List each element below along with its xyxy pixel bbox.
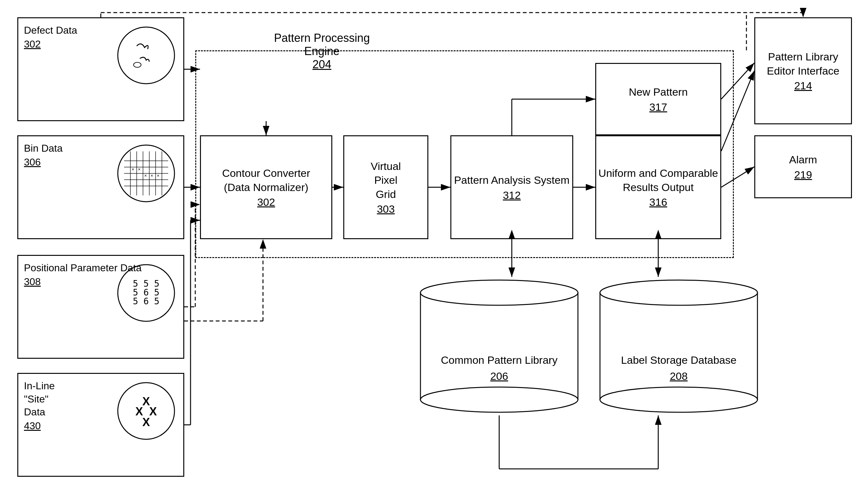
svg-text:×: × <box>132 167 134 172</box>
alarm-title: Alarm <box>789 153 817 167</box>
svg-point-32 <box>600 280 757 305</box>
inline-data-box: In-Line"Site"Data 430 X X X X <box>17 373 184 477</box>
diagram-container: Pattern Processing Engine 204 Defect Dat… <box>0 0 868 495</box>
pattern-analysis-title: Pattern Analysis System <box>454 173 570 187</box>
new-pattern-box: New Pattern 317 <box>595 63 721 135</box>
defect-data-box: Defect Data 302 <box>17 17 184 121</box>
bin-data-box: Bin Data 306 × × × × <box>17 135 184 239</box>
svg-point-33 <box>600 387 757 412</box>
label-storage-ref: 208 <box>595 370 762 382</box>
pattern-library-editor-box: Pattern Library Editor Interface 214 <box>754 17 852 124</box>
virtual-pixel-ref: 303 <box>377 203 395 215</box>
contour-converter-ref: 302 <box>257 196 275 208</box>
common-pattern-library-label: Common Pattern Library <box>416 353 583 367</box>
pattern-analysis-box: Pattern Analysis System 312 <box>451 135 573 239</box>
uniform-results-title: Uniform and Comparable Results Output <box>596 166 720 194</box>
uniform-results-box: Uniform and Comparable Results Output 31… <box>595 135 721 239</box>
svg-text:×: × <box>138 167 141 172</box>
inline-data-icon: X X X X <box>115 379 178 444</box>
common-pattern-library-ref: 206 <box>416 370 583 382</box>
svg-point-23 <box>118 383 175 439</box>
svg-text:×: × <box>144 173 147 178</box>
svg-point-0 <box>118 27 175 84</box>
svg-text:X: X <box>149 405 157 418</box>
common-pattern-library: Common Pattern Library 206 <box>416 277 583 415</box>
svg-point-1 <box>133 62 141 67</box>
virtual-pixel-box: VirtualPixelGrid 303 <box>343 135 428 239</box>
svg-text:×: × <box>157 173 159 178</box>
pattern-library-editor-ref: 214 <box>794 80 812 92</box>
svg-text:5 6 5: 5 6 5 <box>133 296 159 307</box>
contour-converter-title: Contour Converter(Data Normalizer) <box>222 166 310 194</box>
contour-converter-box: Contour Converter(Data Normalizer) 302 <box>200 135 332 239</box>
new-pattern-ref: 317 <box>650 101 667 113</box>
pattern-library-editor-title: Pattern Library Editor Interface <box>755 50 851 78</box>
defect-data-icon <box>115 24 178 88</box>
svg-point-30 <box>421 387 578 412</box>
svg-text:×: × <box>150 173 153 178</box>
label-storage-label: Label Storage Database <box>595 353 762 367</box>
label-storage-database: Label Storage Database 208 <box>595 277 762 415</box>
bin-data-icon: × × × × × <box>115 142 178 206</box>
positional-data-icon: 5 5 5 5 6 5 5 6 5 <box>115 261 178 326</box>
positional-data-box: Positional Parameter Data 308 5 5 5 5 6 … <box>17 255 184 359</box>
uniform-results-ref: 316 <box>650 196 667 208</box>
alarm-ref: 219 <box>794 169 812 181</box>
svg-text:X: X <box>135 405 143 418</box>
new-pattern-title: New Pattern <box>629 85 688 99</box>
svg-text:X: X <box>142 395 150 408</box>
alarm-box: Alarm 219 <box>754 135 852 198</box>
svg-point-29 <box>421 280 578 305</box>
pattern-analysis-ref: 312 <box>503 189 521 201</box>
ppe-label: Pattern Processing Engine 204 <box>274 32 370 71</box>
svg-text:X: X <box>142 416 150 429</box>
virtual-pixel-title: VirtualPixelGrid <box>371 159 401 201</box>
